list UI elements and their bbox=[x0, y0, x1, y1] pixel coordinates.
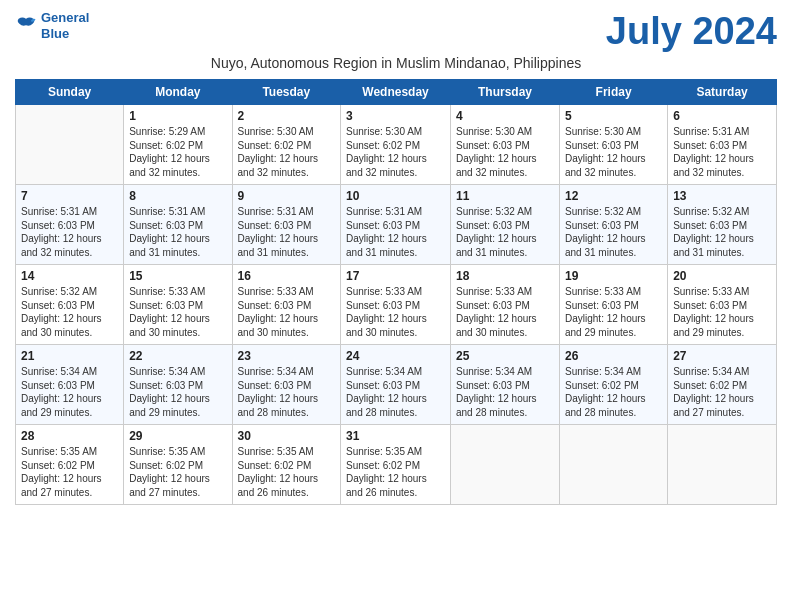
day-number: 8 bbox=[129, 189, 226, 203]
day-info: Sunrise: 5:34 AM Sunset: 6:03 PM Dayligh… bbox=[21, 365, 118, 419]
calendar-cell: 13Sunrise: 5:32 AM Sunset: 6:03 PM Dayli… bbox=[668, 185, 777, 265]
calendar-cell: 10Sunrise: 5:31 AM Sunset: 6:03 PM Dayli… bbox=[341, 185, 451, 265]
day-number: 22 bbox=[129, 349, 226, 363]
calendar-cell: 31Sunrise: 5:35 AM Sunset: 6:02 PM Dayli… bbox=[341, 425, 451, 505]
day-number: 13 bbox=[673, 189, 771, 203]
day-info: Sunrise: 5:31 AM Sunset: 6:03 PM Dayligh… bbox=[673, 125, 771, 179]
calendar-cell: 3Sunrise: 5:30 AM Sunset: 6:02 PM Daylig… bbox=[341, 105, 451, 185]
day-info: Sunrise: 5:35 AM Sunset: 6:02 PM Dayligh… bbox=[21, 445, 118, 499]
day-info: Sunrise: 5:34 AM Sunset: 6:03 PM Dayligh… bbox=[346, 365, 445, 419]
day-number: 12 bbox=[565, 189, 662, 203]
calendar-cell: 7Sunrise: 5:31 AM Sunset: 6:03 PM Daylig… bbox=[16, 185, 124, 265]
logo-general: General bbox=[41, 10, 89, 25]
week-row-2: 14Sunrise: 5:32 AM Sunset: 6:03 PM Dayli… bbox=[16, 265, 777, 345]
day-info: Sunrise: 5:30 AM Sunset: 6:02 PM Dayligh… bbox=[238, 125, 336, 179]
logo: General Blue bbox=[15, 10, 89, 41]
day-number: 18 bbox=[456, 269, 554, 283]
calendar-table: SundayMondayTuesdayWednesdayThursdayFrid… bbox=[15, 79, 777, 505]
calendar-subtitle: Nuyo, Autonomous Region in Muslim Mindan… bbox=[15, 55, 777, 71]
day-number: 4 bbox=[456, 109, 554, 123]
calendar-cell: 2Sunrise: 5:30 AM Sunset: 6:02 PM Daylig… bbox=[232, 105, 341, 185]
calendar-cell: 9Sunrise: 5:31 AM Sunset: 6:03 PM Daylig… bbox=[232, 185, 341, 265]
day-info: Sunrise: 5:32 AM Sunset: 6:03 PM Dayligh… bbox=[456, 205, 554, 259]
day-header-saturday: Saturday bbox=[668, 80, 777, 105]
day-header-sunday: Sunday bbox=[16, 80, 124, 105]
day-info: Sunrise: 5:35 AM Sunset: 6:02 PM Dayligh… bbox=[129, 445, 226, 499]
day-number: 3 bbox=[346, 109, 445, 123]
calendar-cell: 15Sunrise: 5:33 AM Sunset: 6:03 PM Dayli… bbox=[124, 265, 232, 345]
day-info: Sunrise: 5:32 AM Sunset: 6:03 PM Dayligh… bbox=[565, 205, 662, 259]
logo-blue: Blue bbox=[41, 26, 69, 41]
day-header-friday: Friday bbox=[560, 80, 668, 105]
day-info: Sunrise: 5:33 AM Sunset: 6:03 PM Dayligh… bbox=[456, 285, 554, 339]
day-number: 1 bbox=[129, 109, 226, 123]
day-number: 2 bbox=[238, 109, 336, 123]
calendar-cell: 28Sunrise: 5:35 AM Sunset: 6:02 PM Dayli… bbox=[16, 425, 124, 505]
calendar-cell bbox=[16, 105, 124, 185]
day-header-monday: Monday bbox=[124, 80, 232, 105]
day-number: 28 bbox=[21, 429, 118, 443]
day-number: 24 bbox=[346, 349, 445, 363]
calendar-cell: 27Sunrise: 5:34 AM Sunset: 6:02 PM Dayli… bbox=[668, 345, 777, 425]
calendar-cell: 22Sunrise: 5:34 AM Sunset: 6:03 PM Dayli… bbox=[124, 345, 232, 425]
calendar-cell: 1Sunrise: 5:29 AM Sunset: 6:02 PM Daylig… bbox=[124, 105, 232, 185]
day-number: 30 bbox=[238, 429, 336, 443]
day-number: 31 bbox=[346, 429, 445, 443]
calendar-cell: 16Sunrise: 5:33 AM Sunset: 6:03 PM Dayli… bbox=[232, 265, 341, 345]
month-title: July 2024 bbox=[606, 10, 777, 53]
calendar-cell: 11Sunrise: 5:32 AM Sunset: 6:03 PM Dayli… bbox=[451, 185, 560, 265]
day-info: Sunrise: 5:34 AM Sunset: 6:03 PM Dayligh… bbox=[129, 365, 226, 419]
week-row-3: 21Sunrise: 5:34 AM Sunset: 6:03 PM Dayli… bbox=[16, 345, 777, 425]
day-info: Sunrise: 5:29 AM Sunset: 6:02 PM Dayligh… bbox=[129, 125, 226, 179]
week-row-0: 1Sunrise: 5:29 AM Sunset: 6:02 PM Daylig… bbox=[16, 105, 777, 185]
day-number: 7 bbox=[21, 189, 118, 203]
day-number: 6 bbox=[673, 109, 771, 123]
day-number: 25 bbox=[456, 349, 554, 363]
week-row-4: 28Sunrise: 5:35 AM Sunset: 6:02 PM Dayli… bbox=[16, 425, 777, 505]
day-info: Sunrise: 5:34 AM Sunset: 6:02 PM Dayligh… bbox=[673, 365, 771, 419]
calendar-cell: 20Sunrise: 5:33 AM Sunset: 6:03 PM Dayli… bbox=[668, 265, 777, 345]
calendar-cell: 25Sunrise: 5:34 AM Sunset: 6:03 PM Dayli… bbox=[451, 345, 560, 425]
day-number: 9 bbox=[238, 189, 336, 203]
day-info: Sunrise: 5:33 AM Sunset: 6:03 PM Dayligh… bbox=[129, 285, 226, 339]
calendar-cell: 24Sunrise: 5:34 AM Sunset: 6:03 PM Dayli… bbox=[341, 345, 451, 425]
day-info: Sunrise: 5:30 AM Sunset: 6:03 PM Dayligh… bbox=[456, 125, 554, 179]
day-number: 20 bbox=[673, 269, 771, 283]
day-number: 16 bbox=[238, 269, 336, 283]
day-info: Sunrise: 5:32 AM Sunset: 6:03 PM Dayligh… bbox=[673, 205, 771, 259]
day-info: Sunrise: 5:32 AM Sunset: 6:03 PM Dayligh… bbox=[21, 285, 118, 339]
day-number: 10 bbox=[346, 189, 445, 203]
calendar-cell: 21Sunrise: 5:34 AM Sunset: 6:03 PM Dayli… bbox=[16, 345, 124, 425]
calendar-cell: 14Sunrise: 5:32 AM Sunset: 6:03 PM Dayli… bbox=[16, 265, 124, 345]
calendar-cell bbox=[451, 425, 560, 505]
day-info: Sunrise: 5:31 AM Sunset: 6:03 PM Dayligh… bbox=[21, 205, 118, 259]
calendar-cell bbox=[668, 425, 777, 505]
day-number: 17 bbox=[346, 269, 445, 283]
day-header-wednesday: Wednesday bbox=[341, 80, 451, 105]
calendar-cell: 23Sunrise: 5:34 AM Sunset: 6:03 PM Dayli… bbox=[232, 345, 341, 425]
week-row-1: 7Sunrise: 5:31 AM Sunset: 6:03 PM Daylig… bbox=[16, 185, 777, 265]
day-info: Sunrise: 5:31 AM Sunset: 6:03 PM Dayligh… bbox=[346, 205, 445, 259]
day-header-thursday: Thursday bbox=[451, 80, 560, 105]
calendar-cell: 26Sunrise: 5:34 AM Sunset: 6:02 PM Dayli… bbox=[560, 345, 668, 425]
day-number: 14 bbox=[21, 269, 118, 283]
calendar-cell: 17Sunrise: 5:33 AM Sunset: 6:03 PM Dayli… bbox=[341, 265, 451, 345]
day-number: 26 bbox=[565, 349, 662, 363]
day-info: Sunrise: 5:30 AM Sunset: 6:02 PM Dayligh… bbox=[346, 125, 445, 179]
day-number: 11 bbox=[456, 189, 554, 203]
day-header-tuesday: Tuesday bbox=[232, 80, 341, 105]
calendar-body: 1Sunrise: 5:29 AM Sunset: 6:02 PM Daylig… bbox=[16, 105, 777, 505]
calendar-cell: 6Sunrise: 5:31 AM Sunset: 6:03 PM Daylig… bbox=[668, 105, 777, 185]
day-number: 19 bbox=[565, 269, 662, 283]
day-info: Sunrise: 5:31 AM Sunset: 6:03 PM Dayligh… bbox=[129, 205, 226, 259]
day-number: 5 bbox=[565, 109, 662, 123]
day-info: Sunrise: 5:33 AM Sunset: 6:03 PM Dayligh… bbox=[238, 285, 336, 339]
day-info: Sunrise: 5:35 AM Sunset: 6:02 PM Dayligh… bbox=[238, 445, 336, 499]
day-number: 23 bbox=[238, 349, 336, 363]
day-info: Sunrise: 5:33 AM Sunset: 6:03 PM Dayligh… bbox=[673, 285, 771, 339]
calendar-cell bbox=[560, 425, 668, 505]
day-info: Sunrise: 5:34 AM Sunset: 6:02 PM Dayligh… bbox=[565, 365, 662, 419]
calendar-cell: 19Sunrise: 5:33 AM Sunset: 6:03 PM Dayli… bbox=[560, 265, 668, 345]
day-info: Sunrise: 5:34 AM Sunset: 6:03 PM Dayligh… bbox=[456, 365, 554, 419]
day-info: Sunrise: 5:33 AM Sunset: 6:03 PM Dayligh… bbox=[565, 285, 662, 339]
